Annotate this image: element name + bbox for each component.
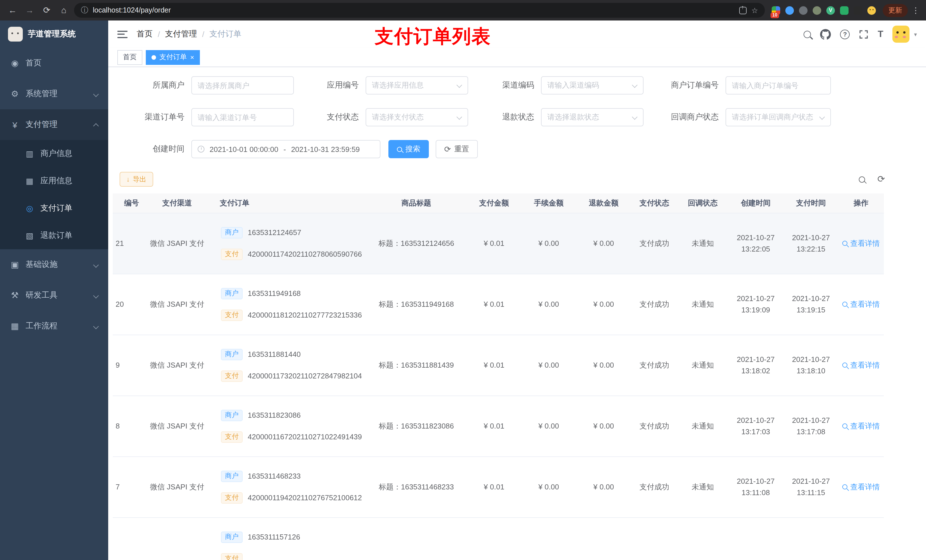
- table-row[interactable]: 7 微信 JSAPI 支付 商户1635311468233 支付42000011…: [113, 456, 884, 517]
- view-detail-link[interactable]: 查看详情: [842, 360, 880, 370]
- table-row[interactable]: 8 微信 JSAPI 支付 商户1635311823086 支付42000011…: [113, 395, 884, 456]
- clock-icon: [198, 146, 204, 152]
- page: ← → ⟳ ⌂ ⓘ localhost:1024/pay/order ↑ ☆ 1…: [0, 0, 926, 560]
- cell-create-time: 2021-10-2713:11:08: [728, 456, 784, 517]
- reload-icon[interactable]: ⟳: [40, 3, 53, 17]
- channel-code-select[interactable]: 请输入渠道编码: [541, 76, 643, 95]
- sidebar-toggle-icon[interactable]: [117, 30, 127, 38]
- cell-order: 商户1635311157126 支付: [214, 517, 366, 560]
- pay-order-no: 4200001181202110277723215336: [248, 311, 362, 319]
- col-create-time: 创建时间: [728, 193, 784, 213]
- site-info-icon[interactable]: ⓘ: [81, 5, 88, 15]
- close-icon[interactable]: ×: [190, 54, 194, 60]
- toggle-search-icon[interactable]: [858, 176, 865, 183]
- cell-fee: ¥ 0.00: [521, 274, 576, 335]
- extensions-cluster: 10 V: [772, 6, 876, 15]
- refresh-table-icon[interactable]: ⟳: [877, 175, 885, 184]
- back-icon[interactable]: ←: [6, 3, 20, 17]
- col-pay-time: 支付时间: [784, 193, 838, 213]
- avatar-caret-icon[interactable]: ▾: [914, 31, 917, 37]
- reset-button[interactable]: ⟳重置: [436, 140, 478, 158]
- cell-order: 商户1635311881440 支付4200001173202110272847…: [214, 335, 366, 395]
- merchant-order-no-input[interactable]: [726, 76, 831, 95]
- profile-avatar-icon[interactable]: [867, 6, 876, 15]
- font-size-icon[interactable]: T: [878, 29, 883, 39]
- sidebar-item-infrastructure[interactable]: ▣ 基础设施: [0, 249, 108, 280]
- chrome-update-button[interactable]: 更新: [883, 4, 908, 17]
- breadcrumb-payment[interactable]: 支付管理: [165, 29, 197, 39]
- help-icon[interactable]: ?: [840, 29, 850, 39]
- extension-icon[interactable]: 10: [772, 6, 780, 15]
- sidebar-item-pay-order[interactable]: ◎ 支付订单: [0, 195, 108, 222]
- create-time-range-picker[interactable]: 2021-10-01 00:00:00 - 2021-10-31 23:59:5…: [191, 140, 380, 158]
- breadcrumb-home[interactable]: 首页: [137, 29, 153, 39]
- sidebar-item-merchant-info[interactable]: ▥ 商户信息: [0, 140, 108, 167]
- sidebar-item-workflow[interactable]: ▦ 工作流程: [0, 311, 108, 341]
- chrome-menu-icon[interactable]: ⋮: [911, 6, 920, 15]
- table-header-row: 编号 支付渠道 支付订单 商品标题 支付金额 手续金额 退款金额 支付状态 回调…: [113, 193, 884, 213]
- cell-status: 支付成功: [631, 213, 678, 274]
- extension-icon[interactable]: [799, 6, 808, 15]
- sidebar-item-home[interactable]: ◉ 首页: [0, 48, 108, 78]
- view-detail-link[interactable]: 查看详情: [842, 299, 880, 309]
- magnifier-icon: [842, 241, 847, 246]
- cell-pay-time: [784, 517, 838, 560]
- cell-refund: ¥ 0.00: [576, 274, 631, 335]
- cell-pay-time: 2021-10-2713:22:15: [784, 213, 838, 274]
- cell-channel: 微信 JSAPI 支付: [140, 456, 214, 517]
- browser-chrome: ← → ⟳ ⌂ ⓘ localhost:1024/pay/order ↑ ☆ 1…: [0, 0, 926, 21]
- table-row[interactable]: 商户1635311157126 支付: [113, 517, 884, 560]
- cell-status: 支付成功: [631, 456, 678, 517]
- extension-icon[interactable]: [854, 6, 862, 15]
- refund-status-select[interactable]: 请选择退款状态: [541, 108, 643, 126]
- cell-fee: ¥ 0.00: [521, 395, 576, 456]
- sidebar-item-refund-order[interactable]: ▧ 退款订单: [0, 222, 108, 249]
- extension-icon[interactable]: [785, 6, 794, 15]
- pay-badge: 支付: [221, 248, 243, 260]
- search-button[interactable]: 搜索: [388, 140, 429, 158]
- share-icon[interactable]: ↑: [740, 6, 747, 14]
- cell-order: 商户1635311823086 支付4200001167202110271022…: [214, 395, 366, 456]
- tag-home[interactable]: 首页: [117, 50, 142, 65]
- fullscreen-icon[interactable]: [859, 29, 869, 39]
- github-icon[interactable]: [820, 29, 831, 39]
- filter-row-2: 渠道订单号 支付状态 请选择支付状态 退款状态 请选择退款状态 回调商户状态 请…: [120, 108, 915, 126]
- home-icon[interactable]: ⌂: [57, 3, 71, 17]
- chat-extension-icon[interactable]: [840, 6, 849, 15]
- cell-fee: ¥ 0.00: [521, 335, 576, 395]
- notify-status-select[interactable]: 请选择订单回调商户状态: [726, 108, 831, 126]
- table-row[interactable]: 9 微信 JSAPI 支付 商户1635311881440 支付42000011…: [113, 335, 884, 395]
- tag-pay-order[interactable]: 支付订单 ×: [146, 50, 200, 65]
- vue-devtools-icon[interactable]: V: [826, 6, 835, 15]
- pay-status-select[interactable]: 请选择支付状态: [366, 108, 468, 126]
- channel-order-no-input[interactable]: [191, 108, 294, 126]
- view-detail-link[interactable]: 查看详情: [842, 238, 880, 248]
- bookmark-star-icon[interactable]: ☆: [752, 6, 758, 15]
- forward-icon[interactable]: →: [23, 3, 36, 17]
- logo-avatar: [8, 27, 23, 42]
- chevron-down-icon: [93, 293, 99, 299]
- search-icon[interactable]: [803, 30, 811, 38]
- sidebar-item-app-info[interactable]: ▦ 应用信息: [0, 167, 108, 195]
- view-detail-link[interactable]: 查看详情: [842, 421, 880, 431]
- extension-icon[interactable]: [813, 6, 821, 15]
- sidebar-item-payment[interactable]: ¥ 支付管理: [0, 109, 108, 140]
- cell-pay-time: 2021-10-2713:18:10: [784, 335, 838, 395]
- navbar-actions: ? T ▾: [803, 26, 917, 43]
- merchant-order-no: 1635311468233: [248, 472, 301, 480]
- cell-amount: ¥ 0.01: [467, 274, 521, 335]
- view-detail-link[interactable]: 查看详情: [842, 482, 880, 492]
- user-avatar[interactable]: [893, 26, 909, 43]
- merchant-order-no: 1635311823086: [248, 411, 301, 420]
- address-bar[interactable]: ⓘ localhost:1024/pay/order ↑ ☆: [74, 3, 765, 18]
- table-toolbar: ↓导出 ⟳: [120, 172, 915, 187]
- cell-order: 商户1635312124657 支付4200001174202110278060…: [214, 213, 366, 274]
- cell-refund: ¥ 0.00: [576, 335, 631, 395]
- app-select[interactable]: 请选择应用信息: [366, 76, 468, 95]
- sidebar-item-dev-tools[interactable]: ⚒ 研发工具: [0, 280, 108, 311]
- table-row[interactable]: 21 微信 JSAPI 支付 商户1635312124657 支付4200001…: [113, 213, 884, 274]
- table-row[interactable]: 20 微信 JSAPI 支付 商户1635311949168 支付4200001…: [113, 274, 884, 335]
- sidebar-item-system[interactable]: ⚙ 系统管理: [0, 78, 108, 109]
- merchant-input[interactable]: [191, 76, 294, 95]
- export-button[interactable]: ↓导出: [120, 172, 153, 187]
